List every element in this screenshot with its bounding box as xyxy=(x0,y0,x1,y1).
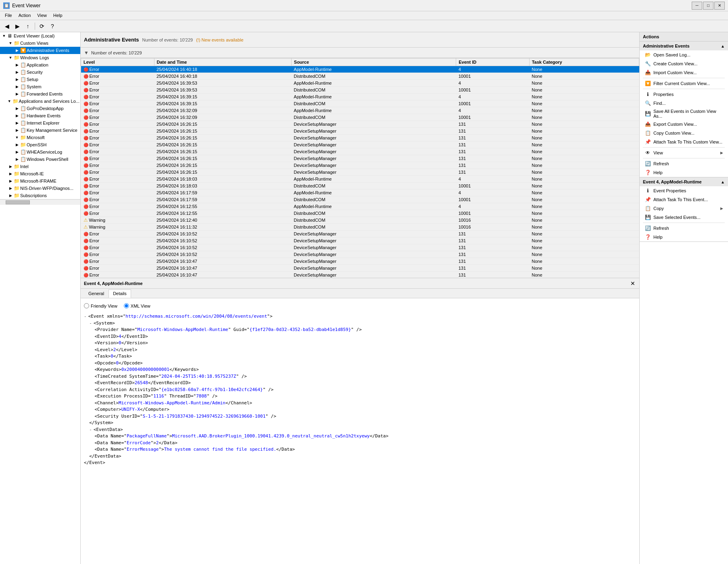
sidebar-item-system[interactable]: ▶📋System xyxy=(0,83,80,90)
col-header-eventid[interactable]: Event ID xyxy=(456,58,530,66)
tree-arrow-goProDesktop[interactable]: ▶ xyxy=(15,106,19,110)
sidebar-item-goProDesktop[interactable]: ▶📋GoProDesktopApp xyxy=(0,105,80,112)
sidebar-item-forwarded-events[interactable]: ▶📋Forwarded Events xyxy=(0,90,80,98)
tree-arrow-administrative-events[interactable]: ▶ xyxy=(15,48,19,52)
toolbar-refresh-button[interactable]: ⟳ xyxy=(38,22,46,31)
action-item-save-selected-events---[interactable]: 💾Save Selected Events... xyxy=(640,213,728,222)
table-row[interactable]: 🔴Error25/04/2024 16:10:52DeviceSetupMana… xyxy=(81,251,639,258)
col-header-level[interactable]: Level xyxy=(81,58,154,66)
actions-section-header-event[interactable]: Event 4, AppModel-Runtime ▲ xyxy=(640,177,728,186)
tree-arrow-nis-driver[interactable]: ▶ xyxy=(8,186,13,190)
tree-arrow-intel[interactable]: ▶ xyxy=(8,164,13,169)
tree-arrow-microsoft-iframe[interactable]: ▶ xyxy=(8,179,13,183)
sidebar-item-internet-explorer[interactable]: ▶📋Internet Explorer xyxy=(0,119,80,127)
sidebar-item-intel[interactable]: ▶📁Intel xyxy=(0,163,80,170)
action-item-help[interactable]: ❓Help xyxy=(640,168,728,177)
table-row[interactable]: 🔴Error25/04/2024 16:17:59DistributedCOM1… xyxy=(81,196,639,203)
tree-arrow-custom-views[interactable]: ▼ xyxy=(8,41,13,45)
tree-arrow-whea-service[interactable]: ▶ xyxy=(15,150,19,154)
radio-xml-input[interactable] xyxy=(124,303,129,308)
toolbar-forward-button[interactable]: ▶ xyxy=(13,22,22,31)
action-item-create-custom-view---[interactable]: 🔧Create Custom View... xyxy=(640,59,728,68)
menu-action[interactable]: Action xyxy=(15,12,34,19)
table-row[interactable]: 🔴Error25/04/2024 16:32:09AppModel-Runtim… xyxy=(81,107,639,114)
action-item-properties[interactable]: ℹProperties xyxy=(640,90,728,99)
sidebar-item-microsoft[interactable]: ▼📁Microsoft xyxy=(0,134,80,141)
action-item-import-custom-view---[interactable]: 📥Import Custom View... xyxy=(640,68,728,77)
tree-arrow-windows-ps[interactable]: ▶ xyxy=(15,157,19,161)
table-row[interactable]: 🔴Error25/04/2024 16:10:52DeviceSetupMana… xyxy=(81,237,639,244)
sidebar-item-event-viewer-local[interactable]: ▼🖥Event Viewer (Local) xyxy=(0,32,80,40)
sidebar-item-security[interactable]: ▶📋Security xyxy=(0,69,80,76)
table-row[interactable]: 🔴Error25/04/2024 16:39:15DistributedCOM1… xyxy=(81,100,639,107)
action-item-attach-task-to-this-custom-view---[interactable]: 📌Attach Task To This Custom View... xyxy=(640,137,728,146)
table-row[interactable]: 🔴Error25/04/2024 16:17:59AppModel-Runtim… xyxy=(81,189,639,196)
table-row[interactable]: 🔴Error25/04/2024 16:26:15DeviceSetupMana… xyxy=(81,155,639,162)
col-header-date[interactable]: Date and Time xyxy=(154,58,291,66)
radio-friendly-input[interactable] xyxy=(84,303,89,308)
sidebar-item-setup[interactable]: ▶📋Setup xyxy=(0,76,80,83)
table-row[interactable]: 🔴Error25/04/2024 16:26:15DeviceSetupMana… xyxy=(81,128,639,135)
tab-general[interactable]: General xyxy=(84,289,108,298)
actions-section-header-admin[interactable]: Actions xyxy=(640,32,728,41)
tree-arrow-subscriptions[interactable]: ▶ xyxy=(8,194,13,198)
action-item-refresh[interactable]: 🔄Refresh xyxy=(640,159,728,168)
menu-help[interactable]: Help xyxy=(50,12,66,19)
table-row[interactable]: 🔴Error25/04/2024 16:26:15DeviceSetupMana… xyxy=(81,135,639,142)
sidebar-item-custom-views[interactable]: ▼📁Custom Views xyxy=(0,40,80,47)
actions-section-header-main[interactable]: Administrative Events ▲ xyxy=(640,42,728,50)
sidebar-item-windows-ps[interactable]: ▶📋Windows PowerShell xyxy=(0,156,80,163)
table-row[interactable]: 🔴Error25/04/2024 16:39:53DistributedCOM1… xyxy=(81,87,639,94)
col-header-source[interactable]: Source xyxy=(291,58,456,66)
table-row[interactable]: ⚠Warning25/04/2024 16:11:32DistributedCO… xyxy=(81,224,639,231)
sidebar-item-hardware-events[interactable]: ▶📋Hardware Events xyxy=(0,112,80,119)
sidebar-item-application[interactable]: ▶📋Application xyxy=(0,61,80,69)
detail-close-button[interactable]: ✕ xyxy=(630,281,636,286)
event-table-container[interactable]: Level Date and Time Source Event ID Task… xyxy=(81,58,639,278)
hscroll-thumb[interactable] xyxy=(6,200,30,204)
close-button[interactable]: ✕ xyxy=(714,2,725,10)
tree-arrow-setup[interactable]: ▶ xyxy=(15,77,19,81)
action-item-copy-custom-view---[interactable]: 📋Copy Custom View... xyxy=(640,129,728,137)
tree-arrow-openssh[interactable]: ▶ xyxy=(15,143,19,147)
table-row[interactable]: 🔴Error25/04/2024 16:39:15AppModel-Runtim… xyxy=(81,94,639,100)
sidebar-item-apps-services[interactable]: ▼📁Applications and Services Lo... xyxy=(0,98,80,105)
table-row[interactable]: ⚠Warning25/04/2024 16:12:40DistributedCO… xyxy=(81,217,639,224)
maximize-button[interactable]: □ xyxy=(703,2,713,10)
action-item-view[interactable]: 👁View▶ xyxy=(640,148,728,157)
action-item-copy[interactable]: 📋Copy▶ xyxy=(640,204,728,213)
table-row[interactable]: 🔴Error25/04/2024 16:26:15DeviceSetupMana… xyxy=(81,121,639,128)
radio-xml-view[interactable]: XML View xyxy=(124,303,150,308)
sidebar-item-openssh[interactable]: ▶📁OpenSSH xyxy=(0,141,80,148)
toolbar-up-button[interactable]: ↑ xyxy=(23,22,32,31)
table-row[interactable]: 🔴Error25/04/2024 16:40:18DistributedCOM1… xyxy=(81,73,639,80)
sidebar-item-whea-service[interactable]: ▶📋WHEAServiceLog xyxy=(0,148,80,156)
table-row[interactable]: 🔴Error25/04/2024 16:12:55DistributedCOM1… xyxy=(81,210,639,217)
tree-arrow-microsoft-ie[interactable]: ▶ xyxy=(8,172,13,176)
table-row[interactable]: 🔴Error25/04/2024 16:18:03AppModel-Runtim… xyxy=(81,176,639,183)
tree-arrow-event-viewer-local[interactable]: ▼ xyxy=(2,34,6,38)
sidebar-item-microsoft-iframe[interactable]: ▶📁Microsoft-IFRAME xyxy=(0,177,80,185)
table-row[interactable]: 🔴Error25/04/2024 16:26:15DeviceSetupMana… xyxy=(81,148,639,155)
col-header-task[interactable]: Task Category xyxy=(529,58,639,66)
action-item-export-custom-view---[interactable]: 📤Export Custom View... xyxy=(640,120,728,129)
table-row[interactable]: 🔴Error25/04/2024 16:26:15DeviceSetupMana… xyxy=(81,162,639,169)
table-row[interactable]: 🔴Error25/04/2024 16:18:03DistributedCOM1… xyxy=(81,183,639,189)
tree-arrow-system[interactable]: ▶ xyxy=(15,85,19,89)
tree-arrow-security[interactable]: ▶ xyxy=(15,70,19,74)
action-item-refresh[interactable]: 🔄Refresh xyxy=(640,224,728,233)
table-row[interactable]: 🔴Error25/04/2024 16:12:55AppModel-Runtim… xyxy=(81,203,639,210)
tree-arrow-internet-explorer[interactable]: ▶ xyxy=(15,121,19,125)
sidebar-item-microsoft-ie[interactable]: ▶📁Microsoft-IE xyxy=(0,170,80,177)
sidebar-item-key-mgmt[interactable]: ▶📋Key Management Service xyxy=(0,127,80,134)
radio-friendly-view[interactable]: Friendly View xyxy=(84,303,117,308)
sidebar-item-nis-driver[interactable]: ▶📁NIS-Driver-WFP/Diagnos... xyxy=(0,185,80,192)
tree-arrow-microsoft[interactable]: ▼ xyxy=(15,135,19,139)
minimize-button[interactable]: ─ xyxy=(692,2,702,10)
table-row[interactable]: 🔴Error25/04/2024 16:39:53AppModel-Runtim… xyxy=(81,80,639,87)
tree-arrow-apps-services[interactable]: ▼ xyxy=(7,99,12,103)
action-item-find---[interactable]: 🔍Find... xyxy=(640,99,728,108)
action-item-filter-current-custom-view---[interactable]: 🔽Filter Current Custom View... xyxy=(640,79,728,88)
table-row[interactable]: 🔴Error25/04/2024 16:10:47DeviceSetupMana… xyxy=(81,258,639,265)
sidebar-item-windows-logs[interactable]: ▼📁Windows Logs xyxy=(0,54,80,61)
